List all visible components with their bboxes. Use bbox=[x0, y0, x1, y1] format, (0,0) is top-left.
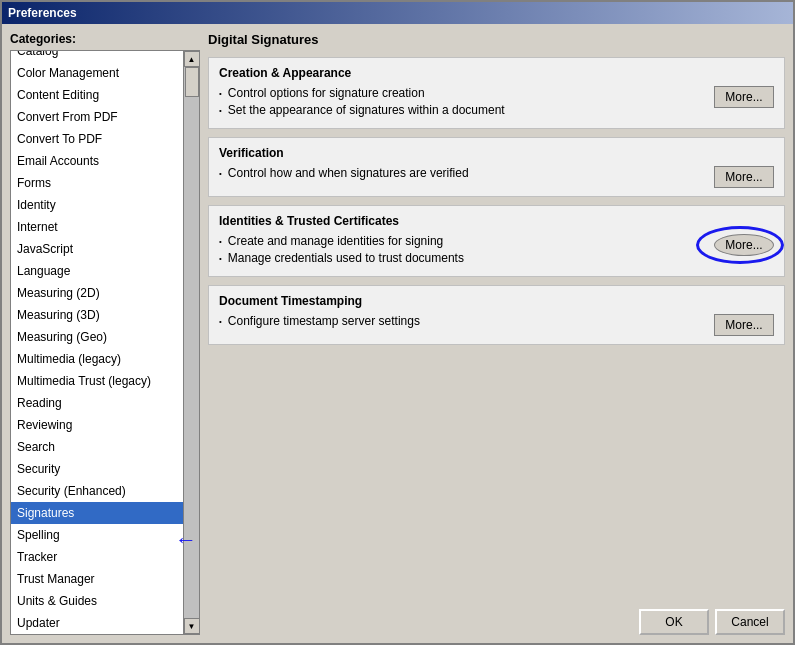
list-item[interactable]: Convert To PDF bbox=[11, 128, 183, 150]
bullet-text: Set the appearance of signatures within … bbox=[228, 103, 505, 117]
bullet-dot: • bbox=[219, 254, 222, 263]
categories-label: Categories: bbox=[10, 32, 200, 46]
list-item[interactable]: Multimedia Trust (legacy) bbox=[11, 370, 183, 392]
list-item[interactable]: Language bbox=[11, 260, 183, 282]
list-item[interactable]: Color Management bbox=[11, 62, 183, 84]
bullet-item: •Control options for signature creation bbox=[219, 86, 704, 100]
bullet-dot: • bbox=[219, 237, 222, 246]
list-item[interactable]: Email Accounts bbox=[11, 150, 183, 172]
list-item[interactable]: Search bbox=[11, 436, 183, 458]
list-item[interactable]: JavaScript bbox=[11, 238, 183, 260]
list-item[interactable]: Convert From PDF bbox=[11, 106, 183, 128]
categories-list[interactable]: 3D & MultimediaAccessibilityAction Wizar… bbox=[11, 51, 183, 634]
bullet-item: •Configure timestamp server settings bbox=[219, 314, 704, 328]
scroll-track bbox=[184, 67, 200, 618]
section-body-creation: •Control options for signature creation•… bbox=[219, 86, 774, 120]
more-btn-wrapper: More... bbox=[704, 86, 774, 108]
bullet-dot: • bbox=[219, 106, 222, 115]
bullet-item: •Manage credentials used to trust docume… bbox=[219, 251, 704, 265]
bullet-text: Manage credentials used to trust documen… bbox=[228, 251, 464, 265]
list-item[interactable]: Identity bbox=[11, 194, 183, 216]
section-body-timestamping: •Configure timestamp server settingsMore… bbox=[219, 314, 774, 336]
section-title-verification: Verification bbox=[219, 146, 774, 160]
scrollbar: ▲ ▼ bbox=[183, 51, 199, 634]
list-item[interactable]: Reading bbox=[11, 392, 183, 414]
list-item[interactable]: Catalog bbox=[11, 51, 183, 62]
section-title-identities: Identities & Trusted Certificates bbox=[219, 214, 774, 228]
bullet-dot: • bbox=[219, 169, 222, 178]
bullet-item: •Create and manage identities for signin… bbox=[219, 234, 704, 248]
bullet-item: •Control how and when signatures are ver… bbox=[219, 166, 704, 180]
scroll-down-btn[interactable]: ▼ bbox=[184, 618, 200, 634]
list-item[interactable]: Security bbox=[11, 458, 183, 480]
list-item[interactable]: Signatures bbox=[11, 502, 183, 524]
section-bullets-timestamping: •Configure timestamp server settings bbox=[219, 314, 704, 331]
titlebar: Preferences bbox=[2, 2, 793, 24]
list-item[interactable]: Measuring (Geo) bbox=[11, 326, 183, 348]
scroll-up-btn[interactable]: ▲ bbox=[184, 51, 200, 67]
section-identities: Identities & Trusted Certificates•Create… bbox=[208, 205, 785, 277]
list-item[interactable]: Multimedia (legacy) bbox=[11, 348, 183, 370]
list-item[interactable]: Updater bbox=[11, 612, 183, 634]
more-button-timestamping[interactable]: More... bbox=[714, 314, 774, 336]
list-item[interactable]: Content Editing bbox=[11, 84, 183, 106]
section-body-verification: •Control how and when signatures are ver… bbox=[219, 166, 774, 188]
bullet-item: •Set the appearance of signatures within… bbox=[219, 103, 704, 117]
cancel-button[interactable]: Cancel bbox=[715, 609, 785, 635]
panel-title: Digital Signatures bbox=[208, 32, 785, 49]
more-btn-wrapper: More... bbox=[704, 166, 774, 188]
list-item[interactable]: Security (Enhanced) bbox=[11, 480, 183, 502]
list-item[interactable]: Units & Guides bbox=[11, 590, 183, 612]
main-content: Categories: 3D & MultimediaAccessibility… bbox=[2, 24, 793, 643]
section-bullets-identities: •Create and manage identities for signin… bbox=[219, 234, 704, 268]
more-button-creation[interactable]: More... bbox=[714, 86, 774, 108]
bullet-dot: • bbox=[219, 317, 222, 326]
ok-button[interactable]: OK bbox=[639, 609, 709, 635]
list-item[interactable]: Measuring (3D) bbox=[11, 304, 183, 326]
list-item[interactable]: Measuring (2D) bbox=[11, 282, 183, 304]
list-item[interactable]: Reviewing bbox=[11, 414, 183, 436]
categories-list-container: 3D & MultimediaAccessibilityAction Wizar… bbox=[10, 50, 200, 635]
bullet-text: Create and manage identities for signing bbox=[228, 234, 443, 248]
more-btn-wrapper: More... bbox=[704, 314, 774, 336]
bullet-dot: • bbox=[219, 89, 222, 98]
section-creation: Creation & Appearance•Control options fo… bbox=[208, 57, 785, 129]
bullet-text: Configure timestamp server settings bbox=[228, 314, 420, 328]
section-bullets-verification: •Control how and when signatures are ver… bbox=[219, 166, 704, 183]
list-item[interactable]: Spelling bbox=[11, 524, 183, 546]
list-item[interactable]: Tracker bbox=[11, 546, 183, 568]
bottom-buttons: OK Cancel bbox=[208, 601, 785, 635]
right-panel: Digital Signatures Creation & Appearance… bbox=[208, 32, 785, 635]
more-button-identities[interactable]: More... bbox=[714, 234, 774, 256]
bullet-text: Control options for signature creation bbox=[228, 86, 425, 100]
list-item[interactable]: Internet bbox=[11, 216, 183, 238]
bullet-text: Control how and when signatures are veri… bbox=[228, 166, 469, 180]
more-button-verification[interactable]: More... bbox=[714, 166, 774, 188]
section-bullets-creation: •Control options for signature creation•… bbox=[219, 86, 704, 120]
scroll-thumb[interactable] bbox=[185, 67, 199, 97]
section-body-identities: •Create and manage identities for signin… bbox=[219, 234, 774, 268]
list-item[interactable]: Forms bbox=[11, 172, 183, 194]
more-btn-wrapper: More... bbox=[704, 234, 774, 256]
left-panel: Categories: 3D & MultimediaAccessibility… bbox=[10, 32, 200, 635]
preferences-window: Preferences Categories: 3D & MultimediaA… bbox=[0, 0, 795, 645]
section-verification: Verification•Control how and when signat… bbox=[208, 137, 785, 197]
section-timestamping: Document Timestamping•Configure timestam… bbox=[208, 285, 785, 345]
section-title-creation: Creation & Appearance bbox=[219, 66, 774, 80]
section-title-timestamping: Document Timestamping bbox=[219, 294, 774, 308]
sections-container: Creation & Appearance•Control options fo… bbox=[208, 57, 785, 353]
window-title: Preferences bbox=[8, 6, 77, 20]
list-item[interactable]: Trust Manager bbox=[11, 568, 183, 590]
